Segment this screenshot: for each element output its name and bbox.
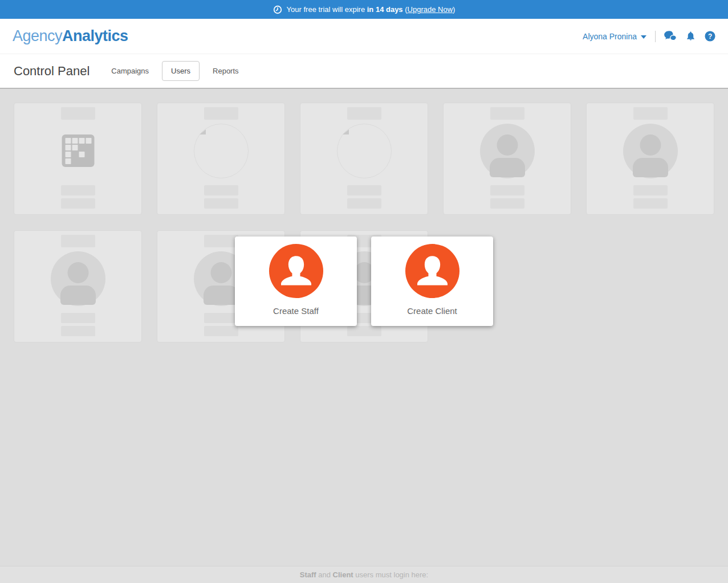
skeleton-text-bar — [347, 326, 381, 336]
placeholder-card-grid — [14, 103, 142, 215]
page-title: Control Panel — [14, 64, 90, 79]
skeleton-text-bar — [204, 313, 238, 323]
avatar-head — [67, 262, 88, 283]
tab-users[interactable]: Users — [162, 61, 200, 81]
content-area: Create Staff Create Client — [0, 89, 728, 566]
skeleton-text-bar — [490, 185, 524, 195]
avatar-torso — [204, 286, 239, 305]
chat-icon — [664, 31, 677, 42]
placeholder-card-avatar — [586, 103, 714, 215]
skeleton-title-bar — [633, 107, 668, 120]
skeleton-text-bar — [204, 198, 238, 209]
skeleton-text-bar — [204, 185, 238, 195]
broken-image-icon — [200, 129, 206, 134]
skeleton-text-bar — [61, 185, 95, 195]
notifications-button[interactable] — [685, 31, 696, 42]
skeleton-text-bar — [633, 198, 668, 209]
skeleton-title-bar — [347, 107, 381, 120]
banner-days: in 14 days — [367, 5, 403, 14]
skeleton-text-bar — [347, 198, 381, 209]
logo-agency: Agency — [13, 27, 62, 44]
create-staff-card[interactable]: Create Staff — [235, 237, 357, 326]
skeleton-text-bar — [490, 198, 524, 209]
skeleton-text-bar — [633, 185, 668, 195]
skeleton-text-bar — [61, 326, 95, 336]
help-button[interactable]: ? — [705, 31, 715, 42]
avatar-torso — [60, 286, 96, 305]
skeleton-title-bar — [61, 107, 95, 120]
avatar-torso — [633, 158, 668, 177]
avatar-head — [497, 134, 518, 156]
avatar-head — [640, 134, 661, 156]
logo-analytics: Analytics — [62, 27, 128, 44]
placeholder-card-avatar — [443, 103, 571, 215]
footer-text: Staff and Client users must login here: — [300, 570, 428, 579]
skeleton-text-bar — [347, 185, 381, 195]
placeholder-row — [0, 230, 728, 343]
create-client-card[interactable]: Create Client — [371, 237, 493, 326]
help-icon: ? — [705, 31, 715, 42]
clock-icon — [273, 5, 282, 14]
skeleton-title-bar — [204, 235, 238, 247]
app-header: AgencyAnalytics Alyona Pronina — [0, 19, 728, 54]
header-actions: Alyona Pronina ? — [583, 31, 715, 42]
avatar-placeholder — [623, 124, 678, 178]
placeholder-row — [0, 89, 728, 215]
control-panel-navbar: Control Panel Campaigns Users Reports — [0, 54, 728, 89]
placeholder-card-avatar — [14, 230, 142, 343]
chevron-down-icon — [641, 35, 646, 39]
grid-icon — [62, 134, 94, 167]
placeholder-card-image — [157, 103, 285, 215]
skeleton-text-bar — [61, 198, 95, 209]
image-placeholder — [337, 124, 392, 178]
skeleton-text-bar — [204, 326, 238, 336]
image-placeholder — [194, 124, 249, 178]
user-icon — [269, 244, 323, 298]
agency-analytics-logo[interactable]: AgencyAnalytics — [13, 27, 128, 45]
avatar-placeholder — [480, 124, 535, 178]
trial-banner: Your free trial will expire in 14 days (… — [0, 0, 728, 19]
create-client-label: Create Client — [371, 306, 493, 316]
user-menu[interactable]: Alyona Pronina — [583, 32, 646, 41]
broken-image-icon — [343, 129, 349, 134]
svg-text:?: ? — [708, 32, 712, 40]
chat-button[interactable] — [664, 31, 677, 42]
banner-text: Your free trial will expire in 14 days (… — [287, 5, 455, 14]
header-divider — [655, 31, 656, 42]
bell-icon — [685, 31, 696, 42]
avatar-placeholder — [51, 251, 105, 306]
placeholder-card-image — [300, 103, 428, 215]
skeleton-title-bar — [61, 235, 95, 247]
user-name: Alyona Pronina — [583, 32, 637, 41]
create-staff-label: Create Staff — [235, 306, 357, 316]
tab-list: Campaigns Users Reports — [110, 61, 239, 81]
upgrade-now-link[interactable]: Upgrade Now — [408, 5, 453, 14]
page: Your free trial will expire in 14 days (… — [0, 0, 728, 583]
skeleton-title-bar — [490, 107, 524, 120]
user-icon — [405, 244, 459, 298]
skeleton-text-bar — [61, 313, 95, 323]
avatar-head — [210, 262, 231, 283]
tab-campaigns[interactable]: Campaigns — [110, 62, 150, 80]
skeleton-title-bar — [204, 107, 238, 120]
tab-reports[interactable]: Reports — [212, 62, 240, 80]
avatar-torso — [490, 158, 525, 177]
footer: Staff and Client users must login here: — [0, 566, 728, 583]
